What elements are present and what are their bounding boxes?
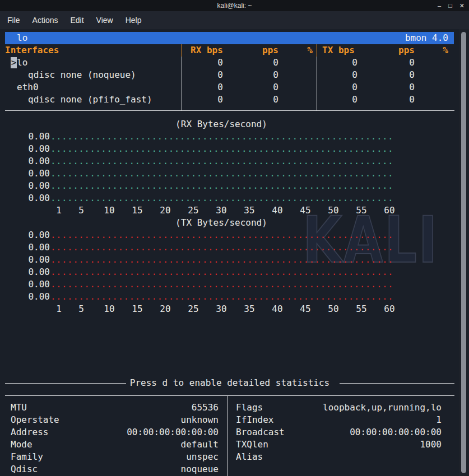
y-axis-label: 0.00	[5, 155, 50, 167]
cell-tx-bps: 0	[319, 94, 357, 106]
data-dots: ........................................…	[50, 167, 393, 180]
detail-row: Alias	[236, 451, 442, 463]
detail-value: 1000	[420, 438, 442, 451]
y-axis-label: 0.00	[5, 130, 50, 143]
detail-row: IfIndex1	[236, 414, 442, 426]
detail-value: unknown	[181, 414, 219, 426]
detail-value: loopback,up,running,lo	[323, 402, 442, 414]
cell-tx-bps: 0	[319, 69, 357, 81]
interface-row-qdisc[interactable]: qdisc none (noqueue)0000	[0, 69, 469, 81]
close-button-icon[interactable]: ✕	[459, 0, 465, 11]
interface-row-lo[interactable]: >lo0000	[0, 57, 469, 69]
graph-row: 0.00....................................…	[0, 229, 469, 241]
interface-row-eth0[interactable]: eth00000	[0, 81, 469, 94]
col-rx-pct: %	[291, 44, 313, 57]
y-axis-label: 0.00	[5, 254, 50, 266]
window-titlebar: kali@kali: ~ –□✕	[0, 0, 469, 11]
maximize-button-icon[interactable]: □	[448, 0, 452, 11]
detailed-stats-hint: Press d to enable detailed statistics	[130, 377, 329, 388]
cell-tx-bps: 0	[319, 81, 357, 94]
detail-label: Alias	[236, 451, 263, 463]
x-tick: 10	[104, 204, 114, 217]
x-tick: 20	[160, 204, 170, 217]
x-tick: 55	[356, 303, 366, 315]
interface-row-qdisc[interactable]: qdisc none (pfifo_fast)0000	[0, 94, 469, 106]
data-dots: ........................................…	[50, 192, 393, 204]
detail-label: TXQlen	[236, 438, 268, 451]
scrollbar-track[interactable]	[459, 29, 469, 476]
x-tick: 20	[160, 303, 170, 315]
cell-rx-bps: 0	[185, 81, 223, 94]
bmon-statusbar: lo bmon 4.0	[5, 32, 454, 44]
menu-help[interactable]: Help	[126, 16, 142, 25]
graph-row: 0.00....................................…	[0, 241, 469, 254]
detail-label: Broadcast	[236, 426, 285, 438]
menu-file[interactable]: File	[7, 16, 20, 25]
hint-right-rule	[340, 383, 454, 384]
graph-row: 0.00....................................…	[0, 143, 469, 155]
detail-label: Family	[11, 451, 43, 463]
data-dots: ........................................…	[50, 291, 393, 303]
data-dots: ........................................…	[50, 143, 393, 155]
y-axis-label: 0.00	[5, 266, 50, 278]
y-axis-label: 0.00	[5, 192, 50, 204]
x-tick: 15	[132, 303, 142, 315]
interface-name: lo	[17, 57, 27, 69]
graph-row: 0.00....................................…	[0, 192, 469, 204]
graph-row: 0.00....................................…	[0, 278, 469, 291]
data-dots: ........................................…	[50, 155, 393, 167]
interface-name: eth0	[17, 81, 39, 94]
data-dots: ........................................…	[50, 180, 393, 192]
detail-value: 1	[436, 414, 442, 426]
data-dots: ........................................…	[50, 254, 393, 266]
y-axis-label: 0.00	[5, 167, 50, 180]
detail-label: Qdisc	[11, 463, 38, 475]
detail-row: TXQlen1000	[236, 438, 442, 451]
data-dots: ........................................…	[50, 278, 393, 291]
y-axis-label: 0.00	[5, 229, 50, 241]
detail-label: Mode	[11, 438, 32, 451]
menu-edit[interactable]: Edit	[70, 16, 83, 25]
scrollbar-thumb[interactable]	[461, 32, 466, 473]
column-separator	[182, 44, 182, 57]
data-dots: ........................................…	[50, 266, 393, 278]
menu-view[interactable]: View	[96, 16, 113, 25]
selection-cursor: >	[11, 57, 17, 68]
cell-rx-pps: 0	[235, 94, 278, 106]
x-tick: 60	[384, 204, 394, 217]
graph-row: 0.00....................................…	[0, 130, 469, 143]
x-tick: 25	[188, 204, 198, 217]
detail-label: Flags	[236, 402, 263, 414]
x-tick: 1	[56, 303, 62, 315]
y-axis-label: 0.00	[5, 278, 50, 291]
table-bottom-line	[5, 110, 454, 111]
detail-row: Address00:00:00:00:00:00	[11, 426, 219, 438]
selected-interface-label: lo	[17, 32, 27, 44]
graph-row: 0.00....................................…	[0, 266, 469, 278]
graph-row: 0.00....................................…	[0, 254, 469, 266]
x-axis: 151015202530354045505560	[0, 303, 469, 315]
detail-value: noqueue	[181, 463, 219, 475]
y-axis-label: 0.00	[5, 291, 50, 303]
x-tick: 35	[244, 303, 254, 315]
menu-actions[interactable]: Actions	[32, 16, 58, 25]
cell-rx-pps: 0	[235, 81, 278, 94]
x-tick: 60	[384, 303, 394, 315]
cell-rx-bps: 0	[185, 94, 223, 106]
detail-row: Qdiscnoqueue	[11, 463, 219, 475]
y-axis-label: 0.00	[5, 241, 50, 254]
x-tick: 5	[78, 204, 84, 217]
x-tick: 45	[300, 303, 310, 315]
x-tick: 45	[300, 204, 310, 217]
x-tick: 25	[188, 303, 198, 315]
window-title: kali@kali: ~	[217, 2, 252, 10]
detail-row: Operstateunknown	[11, 414, 219, 426]
hint-left-rule	[5, 383, 126, 384]
cell-tx-pps: 0	[370, 81, 415, 94]
detail-label: Address	[11, 426, 48, 438]
x-tick: 30	[216, 303, 226, 315]
terminal[interactable]: KALI lo bmon 4.0 Interfaces RX bps pps %…	[0, 29, 469, 476]
window-controls: –□✕	[438, 0, 465, 11]
x-tick: 15	[132, 204, 142, 217]
minimize-button-icon[interactable]: –	[438, 0, 441, 11]
